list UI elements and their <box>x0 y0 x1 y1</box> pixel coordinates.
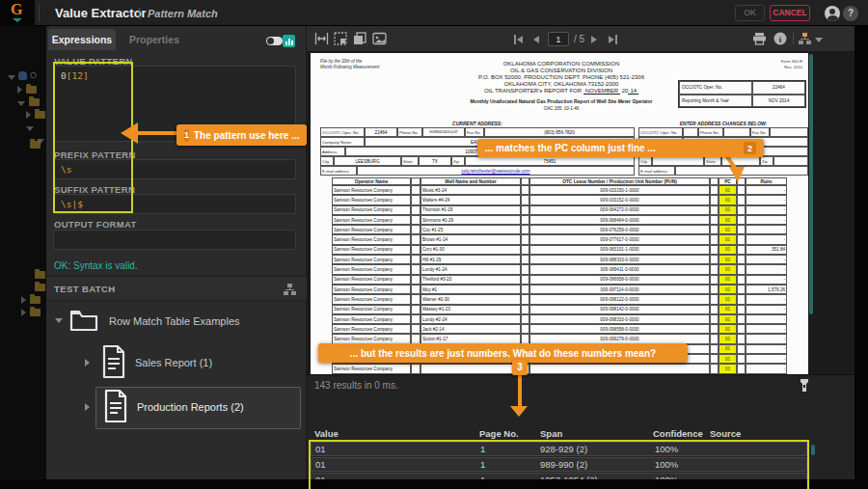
doc-table-row: Samson Resources CompanyHill #1-29009-08… <box>332 255 787 264</box>
document-icon <box>101 388 130 424</box>
result-page: 1 <box>476 444 536 454</box>
current-address-label: CURRENT ADDRESS: <box>320 121 635 126</box>
doc-table-row: Samson Resources CompanyJack #2-14009-09… <box>332 324 787 334</box>
collapse-icon[interactable] <box>85 359 90 367</box>
document-scrollbar[interactable] <box>809 54 813 314</box>
flashlight-icon[interactable] <box>799 378 810 393</box>
result-row[interactable]: 011928-929 (2)100% <box>311 442 807 456</box>
output-format-input[interactable] <box>53 230 296 250</box>
doc-table-row: Samson Resources CompanyMassey #1-23009-… <box>332 305 787 314</box>
test-batch-label: TEST BATCH <box>54 284 115 294</box>
first-page-icon[interactable] <box>517 36 523 43</box>
expand-icon <box>37 139 44 144</box>
chart-icon[interactable] <box>283 35 295 47</box>
callout3-arrowhead <box>510 406 528 417</box>
prev-page-icon[interactable] <box>533 36 539 43</box>
viewer-region: 1 / 5 i File by the 30th of theMonth Fol… <box>307 26 854 479</box>
result-value: 01 <box>312 444 476 454</box>
cancel-button[interactable]: CANCEL <box>770 5 810 21</box>
doc-table-row: Samson Resources Company01- <box>332 364 787 373</box>
panel-toggle[interactable] <box>266 37 283 45</box>
doc-subtitle: Monthly Unallocated Natural Gas Producti… <box>417 98 706 104</box>
results-summary: 143 results in 0 ms. <box>314 380 398 391</box>
pages-icon[interactable] <box>353 32 366 45</box>
doc-table-row: Samson Resources CompanyLundy #1-24009-0… <box>332 264 787 274</box>
col-header-confidence[interactable]: Confidence <box>653 428 703 439</box>
result-confidence: 100% <box>651 444 757 454</box>
chevron-down-icon[interactable] <box>815 38 823 42</box>
suffix-pattern-input[interactable]: \s|$ <box>53 194 296 214</box>
folder-icon <box>30 309 41 316</box>
results-vertical-scrollbar[interactable] <box>811 445 815 455</box>
doc-table-row: Samson Resources CompanyCoy #1-25009-076… <box>332 225 787 234</box>
expand-icon <box>8 75 15 80</box>
expand-icon[interactable] <box>55 318 63 323</box>
tree-root-label: O <box>30 70 37 80</box>
tab-properties[interactable]: Properties <box>123 29 185 50</box>
collapse-icon <box>21 309 26 316</box>
expand-icon <box>17 101 25 106</box>
viewer-toolbar: 1 / 5 i <box>307 26 854 52</box>
print-icon[interactable] <box>752 32 767 45</box>
help-icon[interactable]: ? <box>843 6 858 21</box>
image-icon[interactable] <box>372 32 387 45</box>
doc-table-row: Samson Resources CompanyCory #1-30009-08… <box>332 245 787 255</box>
doc-header: OKLAHOMA CORPORATION COMMISSION OIL & GA… <box>417 61 706 95</box>
callout3-arrow <box>518 374 522 408</box>
user-avatar-icon[interactable] <box>825 6 840 21</box>
page-number-input[interactable]: 1 <box>548 32 569 46</box>
doc-table-row: Samson Resources CompanyMoy #1009-097114… <box>332 285 787 294</box>
doc-table-row: Samson Resources CompanyWalters #4-24009… <box>332 195 787 204</box>
doc-table-row: Samson Resources CompanySimmons #1-29009… <box>332 215 787 225</box>
divider <box>39 4 40 22</box>
callout-3: ... but the results are just numbers. Wh… <box>318 343 688 363</box>
result-row[interactable]: 011989-990 (2)100% <box>311 457 807 472</box>
fit-width-icon[interactable] <box>314 32 329 45</box>
document-viewport[interactable]: File by the 30th of theMonth Following M… <box>307 52 854 374</box>
result-page: 1 <box>476 459 536 470</box>
snapshot-icon[interactable] <box>334 32 347 45</box>
window-edge <box>854 26 868 489</box>
logo-chevron-icon <box>13 18 22 22</box>
tree-item-label: Sales Report (1) <box>135 357 212 368</box>
tab-expressions[interactable]: Expressions <box>48 29 116 50</box>
layout-icon[interactable] <box>799 33 811 44</box>
database-icon <box>18 71 27 80</box>
result-span: 989-990 (2) <box>536 459 651 470</box>
mode-subtitle: Pattern Match <box>148 8 218 19</box>
callout1-number: 1 <box>184 129 189 142</box>
email-link: judy.winchester@eastexcrude.com <box>357 166 635 176</box>
expand-icon <box>26 126 34 131</box>
document-icon <box>99 343 128 380</box>
doc-table-row: Samson Resources CompanyLundy #2-24009-0… <box>332 314 787 324</box>
last-page-icon[interactable] <box>609 36 614 43</box>
collapse-icon[interactable] <box>85 403 90 411</box>
col-header-source[interactable]: Source <box>710 428 741 439</box>
next-page-icon[interactable] <box>591 36 597 43</box>
col-header-page[interactable]: Page No. <box>479 428 519 439</box>
callout1-arrow <box>138 131 177 135</box>
col-header-span[interactable]: Span <box>540 428 562 439</box>
doc-form-number: Form 300-RRev. 2010 <box>725 59 802 70</box>
background-app-tree: O <box>0 26 46 479</box>
syntax-status: OK: Syntax is valid. <box>54 260 138 271</box>
results-panel: 143 results in 0 ms. Value Page No. Span… <box>307 374 854 479</box>
doc-occ-box: OCC/OTC Oper. No.22464 Reporting Month &… <box>678 80 806 108</box>
col-header-value[interactable]: Value <box>314 428 339 439</box>
doc-table-row: Samson Resources CompanyThetford #3-2300… <box>332 275 787 285</box>
tree-item-label: Row Match Table Examples <box>109 315 240 327</box>
folder-icon <box>68 307 99 334</box>
prefix-pattern-input[interactable]: \s <box>53 159 296 179</box>
title-bar: G Value Extractor | Pattern Match OK CAN… <box>0 0 868 26</box>
callout3-text: ... but the results are just numbers. Wh… <box>350 348 656 359</box>
sitemap-icon[interactable] <box>284 284 296 295</box>
first-page-icon[interactable] <box>514 35 516 44</box>
result-span: 928-929 (2) <box>536 444 651 454</box>
last-page-icon[interactable] <box>615 35 617 44</box>
address-changes-label: ENTER ADDRESS CHANGES BELOW: <box>638 121 808 126</box>
callout-1: 1 The pattern use here ... <box>176 124 307 146</box>
document-page: File by the 30th of theMonth Following M… <box>311 53 808 374</box>
info-icon[interactable]: i <box>773 32 787 45</box>
expressions-panel: Expressions Properties VALUE PATTERN 0[1… <box>46 26 307 479</box>
ok-button[interactable]: OK <box>735 5 765 21</box>
